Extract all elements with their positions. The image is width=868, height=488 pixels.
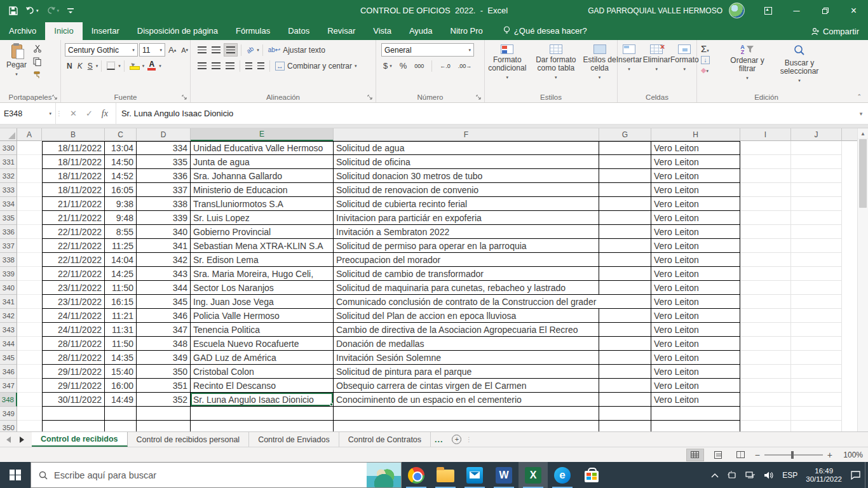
sheet-nav-right-icon[interactable] (20, 437, 24, 443)
row-header-350[interactable]: 350 (0, 421, 17, 431)
cell-J344[interactable] (791, 337, 842, 351)
column-header-H[interactable]: H (651, 128, 740, 141)
cell-D349[interactable] (137, 407, 191, 421)
number-format-combo[interactable]: General▾ (381, 43, 474, 57)
merge-center-button[interactable]: ↔ Combinar y centrar ▾ (273, 59, 359, 72)
cell-D340[interactable]: 344 (137, 281, 191, 295)
cell-H349[interactable] (651, 407, 740, 421)
taskbar-edge-icon[interactable]: e (548, 462, 577, 488)
tab-revisar[interactable]: Revisar (318, 22, 364, 40)
show-desktop-button[interactable] (865, 462, 868, 488)
cell-E336[interactable]: Gobierno Provincial (191, 225, 334, 239)
vertical-scroll-thumb[interactable] (859, 139, 867, 208)
cell-H344[interactable]: Vero Leiton (651, 337, 740, 351)
cell-D343[interactable]: 347 (137, 323, 191, 337)
cell-H348[interactable]: Vero Leiton (651, 393, 740, 407)
row-header-346[interactable]: 346 (0, 365, 17, 379)
underline-button[interactable]: S (86, 59, 95, 72)
redo-button[interactable]: ▾ (44, 3, 62, 18)
cell-J336[interactable] (791, 225, 842, 239)
page-layout-view-button[interactable] (709, 449, 727, 461)
start-button[interactable] (0, 462, 31, 488)
cell-B331[interactable]: 18/11/2022 (42, 155, 105, 169)
cell-F340[interactable]: Solicitud de maquinaria para cunetas, re… (334, 281, 599, 295)
fill-handle[interactable] (330, 403, 333, 406)
cell-F348[interactable]: Conociminento de un espacio en el cement… (334, 393, 599, 407)
cell-E333[interactable]: Ministerio de Educacion (191, 183, 334, 197)
cell-I344[interactable] (740, 337, 791, 351)
cell-I334[interactable] (740, 197, 791, 211)
cell-F334[interactable]: Solicitud de cubierta recinto ferial (334, 197, 599, 211)
cell-G344[interactable] (599, 337, 651, 351)
cell-D335[interactable]: 339 (137, 211, 191, 225)
cell-I342[interactable] (740, 309, 791, 323)
align-middle-icon[interactable] (210, 43, 222, 57)
normal-view-button[interactable] (686, 449, 704, 461)
cell-D333[interactable]: 337 (137, 183, 191, 197)
cell-C345[interactable]: 14:35 (105, 351, 137, 365)
cell-F336[interactable]: Invitación a Sembraton 2022 (334, 225, 599, 239)
cell-G340[interactable] (599, 281, 651, 295)
cell-H335[interactable]: Vero Leiton (651, 211, 740, 225)
cell-J339[interactable] (791, 267, 842, 281)
cell-I346[interactable] (740, 365, 791, 379)
cell-G336[interactable] (599, 225, 651, 239)
cell-H337[interactable]: Vero Leiton (651, 239, 740, 253)
cell-A339[interactable] (17, 267, 42, 281)
account-name[interactable]: GAD PARROQUIAL VALLE HERMOSO (588, 6, 722, 15)
cell-I349[interactable] (740, 407, 791, 421)
cell-F332[interactable]: Solicitud donacion 30 metros de tubo (334, 169, 599, 183)
find-select-button[interactable]: Buscar y seleccionar ▾ (772, 42, 827, 93)
cell-C348[interactable]: 14:49 (105, 393, 137, 407)
cell-E346[interactable]: Cristobal Colon (191, 365, 334, 379)
cell-A333[interactable] (17, 183, 42, 197)
row-header-333[interactable]: 333 (0, 183, 17, 197)
sheet-tab-1[interactable]: Control de recibidos (32, 432, 128, 447)
taskbar-file-explorer-icon[interactable] (431, 462, 460, 488)
conditional-formatting-button[interactable]: Formato condicional ▾ (485, 42, 530, 93)
cell-B344[interactable]: 28/11/2022 (42, 337, 105, 351)
cell-A338[interactable] (17, 253, 42, 267)
cell-J346[interactable] (791, 365, 842, 379)
column-header-I[interactable]: I (740, 128, 791, 141)
format-painter-icon[interactable] (33, 71, 42, 81)
column-header-C[interactable]: C (105, 128, 137, 141)
cell-I331[interactable] (740, 155, 791, 169)
cell-H343[interactable]: Vero Leiton (651, 323, 740, 337)
taskbar-clock[interactable]: 16:49 30/11/2022 (806, 467, 842, 484)
cell-D339[interactable]: 343 (137, 267, 191, 281)
cell-H346[interactable]: Vero Leiton (651, 365, 740, 379)
cell-I343[interactable] (740, 323, 791, 337)
cell-H340[interactable]: Vero Leiton (651, 281, 740, 295)
cell-C347[interactable]: 16:00 (105, 379, 137, 393)
cell-C338[interactable]: 14:04 (105, 253, 137, 267)
cell-E347[interactable]: Recinto El Descanso (191, 379, 334, 393)
cell-I339[interactable] (740, 267, 791, 281)
cell-E331[interactable]: Junta de agua (191, 155, 334, 169)
cell-I338[interactable] (740, 253, 791, 267)
fill-button[interactable]: ↓ (701, 56, 710, 64)
cell-I337[interactable] (740, 239, 791, 253)
cell-G346[interactable] (599, 365, 651, 379)
cell-J337[interactable] (791, 239, 842, 253)
cell-J338[interactable] (791, 253, 842, 267)
increase-decimal-button[interactable]: ←.0 (438, 59, 452, 72)
cell-H334[interactable]: Vero Leiton (651, 197, 740, 211)
cell-J331[interactable] (791, 155, 842, 169)
cell-C343[interactable]: 11:31 (105, 323, 137, 337)
cell-B336[interactable]: 22/11/2022 (42, 225, 105, 239)
share-button[interactable]: Compartir (811, 27, 859, 36)
cell-B343[interactable]: 24/11/2022 (42, 323, 105, 337)
cell-F344[interactable]: Donación de medallas (334, 337, 599, 351)
cell-H350[interactable] (651, 421, 740, 431)
cell-J332[interactable] (791, 169, 842, 183)
paste-button[interactable]: Pegar ▾ (0, 42, 33, 92)
fill-color-dropdown-icon[interactable]: ▾ (142, 64, 145, 69)
cell-I350[interactable] (740, 421, 791, 431)
redo-dropdown-icon[interactable]: ▾ (57, 8, 60, 13)
tab-archivo[interactable]: Archivo (0, 22, 45, 40)
sheet-tab-4[interactable]: Control de Contratos (339, 432, 431, 447)
cell-F337[interactable]: Solicitud de permiso para operar en la p… (334, 239, 599, 253)
close-button[interactable]: × (839, 0, 868, 21)
cell-I336[interactable] (740, 225, 791, 239)
